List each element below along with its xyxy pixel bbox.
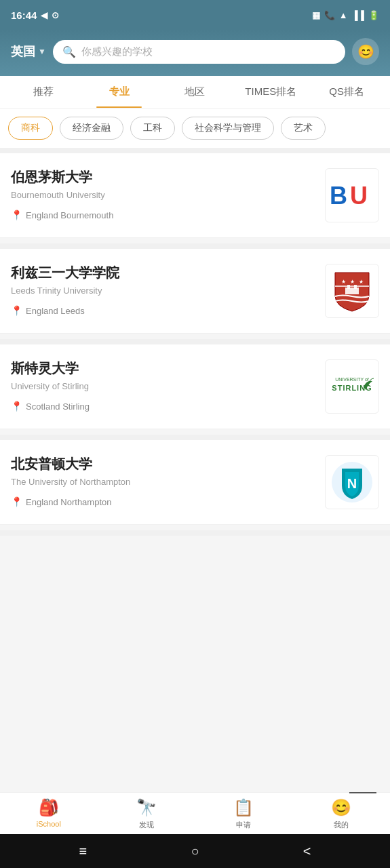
uni-info-stirling: 斯特灵大学 University of Stirling 📍 Scotland …: [11, 359, 325, 412]
location-text-stirling: Scotland Stirling: [26, 401, 90, 412]
phone-icon: 📞: [324, 10, 335, 20]
back-icon[interactable]: <: [303, 844, 311, 859]
uni-logo-stirling: UNIVERSITY of STIRLING: [325, 359, 379, 414]
chevron-down-icon: ▼: [38, 47, 46, 56]
uni-name-zh-bournemouth: 伯恩茅斯大学: [11, 168, 314, 186]
uni-location-stirling: 📍 Scotland Stirling: [11, 401, 314, 412]
nav-item-mine[interactable]: 😊 我的: [292, 798, 390, 830]
home-bar: ≡ ○ <: [0, 834, 390, 868]
chat-button[interactable]: 😊: [352, 38, 379, 65]
wifi-icon: ▲: [339, 10, 348, 20]
uni-name-en-stirling: University of Stirling: [11, 381, 314, 391]
uni-logo-leeds: ★ ★ ★: [325, 264, 379, 318]
uni-name-en-bournemouth: Bournemouth University: [11, 190, 314, 200]
uni-card-stirling[interactable]: 斯特灵大学 University of Stirling 📍 Scotland …: [0, 344, 390, 429]
header: 英国 ▼ 🔍 你感兴趣的学校 😊: [0, 30, 390, 76]
chip-economics[interactable]: 经济金融: [60, 117, 123, 140]
nav-item-apply[interactable]: 📋 申请: [195, 798, 293, 830]
tabs-container: 推荐 专业 地区 TIMES排名 QS排名: [0, 76, 390, 108]
nav-label-discover: 发现: [139, 820, 154, 830]
location-pin-icon: 📍: [11, 401, 22, 412]
uni-logo-northampton: N: [325, 455, 379, 509]
menu-icon[interactable]: ≡: [79, 844, 87, 859]
location-pin-icon: 📍: [11, 496, 22, 507]
home-icon[interactable]: ○: [191, 844, 199, 859]
svg-rect-8: [354, 285, 357, 289]
signal-icon: ▐▐: [352, 10, 364, 20]
nav-label-mine: 我的: [334, 820, 349, 830]
chip-arts[interactable]: 艺术: [281, 117, 326, 140]
svg-rect-7: [347, 285, 350, 289]
svg-text:B: B: [330, 182, 347, 210]
uni-location-bournemouth: 📍 England Bournemouth: [11, 210, 314, 220]
divider-4: [0, 530, 390, 536]
uni-card-leeds[interactable]: 利兹三一大学学院 Leeds Trinity University 📍 Engl…: [0, 249, 390, 334]
uni-name-en-northampton: The University of Northampton: [11, 477, 314, 487]
uni-card-bournemouth[interactable]: 伯恩茅斯大学 Bournemouth University 📍 England …: [0, 153, 390, 238]
tab-qs[interactable]: QS排名: [309, 76, 385, 108]
location-pin-icon: 📍: [11, 305, 22, 316]
location-text-bournemouth: England Bournemouth: [26, 210, 113, 220]
uni-name-zh-northampton: 北安普顿大学: [11, 455, 314, 473]
time-display: 16:44: [11, 9, 37, 21]
location-icon: ◀: [41, 10, 47, 20]
uni-location-northampton: 📍 England Northampton: [11, 496, 314, 507]
chip-social[interactable]: 社会科学与管理: [182, 117, 274, 140]
country-label: 英国: [11, 43, 35, 60]
search-placeholder: 你感兴趣的学校: [81, 45, 153, 58]
tab-major[interactable]: 专业: [81, 76, 157, 108]
search-bar[interactable]: 🔍 你感兴趣的学校: [53, 40, 345, 64]
filter-chips: 商科 经济金融 工科 社会科学与管理 艺术: [0, 108, 390, 153]
uni-info-northampton: 北安普顿大学 The University of Northampton 📍 E…: [11, 455, 325, 507]
ischool-icon: 🎒: [39, 798, 59, 817]
chat-icon: 😊: [357, 43, 374, 60]
discover-icon: 🔭: [136, 798, 157, 817]
status-left: 16:44 ◀ ⊙: [11, 9, 59, 21]
vibrate-icon: ▦: [312, 10, 320, 20]
apply-icon: 📋: [233, 798, 254, 817]
uni-info-leeds: 利兹三一大学学院 Leeds Trinity University 📍 Engl…: [11, 264, 325, 316]
location-text-northampton: England Northampton: [26, 497, 111, 507]
divider-3: [0, 435, 390, 440]
uni-location-leeds: 📍 England Leeds: [11, 305, 314, 316]
active-indicator: [349, 792, 376, 793]
chip-business[interactable]: 商科: [8, 117, 53, 140]
data-icon: ⊙: [52, 10, 59, 20]
nav-label-apply: 申请: [236, 820, 251, 830]
svg-text:★: ★: [359, 279, 364, 285]
uni-name-zh-stirling: 斯特灵大学: [11, 359, 314, 378]
mine-icon: 😊: [331, 798, 351, 817]
location-pin-icon: 📍: [11, 210, 22, 220]
nav-item-ischool[interactable]: 🎒 iSchool: [0, 798, 98, 830]
tab-times[interactable]: TIMES排名: [233, 76, 309, 108]
status-bar: 16:44 ◀ ⊙ ▦ 📞 ▲ ▐▐ 🔋: [0, 0, 390, 30]
bottom-nav-wrapper: 🎒 iSchool 🔭 发现 📋 申请 😊 我的: [0, 792, 390, 834]
nav-label-ischool: iSchool: [37, 820, 61, 828]
svg-text:★: ★: [341, 279, 346, 285]
divider-2: [0, 339, 390, 344]
svg-text:U: U: [350, 182, 368, 210]
svg-text:N: N: [347, 476, 357, 491]
main-tabs: 推荐 专业 地区 TIMES排名 QS排名: [0, 76, 390, 108]
uni-card-northampton[interactable]: 北安普顿大学 The University of Northampton 📍 E…: [0, 440, 390, 525]
svg-text:UNIVERSITY of: UNIVERSITY of: [335, 377, 369, 382]
svg-text:★: ★: [350, 279, 355, 285]
country-selector[interactable]: 英国 ▼: [11, 43, 46, 60]
nav-item-discover[interactable]: 🔭 发现: [98, 798, 195, 830]
content-area: 伯恩茅斯大学 Bournemouth University 📍 England …: [0, 153, 390, 792]
status-right: ▦ 📞 ▲ ▐▐ 🔋: [312, 10, 379, 20]
bottom-nav: 🎒 iSchool 🔭 发现 📋 申请 😊 我的: [0, 792, 390, 834]
chip-engineering[interactable]: 工科: [130, 117, 175, 140]
search-icon: 🔍: [62, 45, 76, 58]
uni-info-bournemouth: 伯恩茅斯大学 Bournemouth University 📍 England …: [11, 168, 325, 220]
tab-recommend[interactable]: 推荐: [5, 76, 81, 108]
uni-logo-bournemouth: B U: [325, 168, 379, 222]
uni-name-zh-leeds: 利兹三一大学学院: [11, 264, 314, 282]
tab-region[interactable]: 地区: [157, 76, 233, 108]
battery-icon: 🔋: [368, 10, 379, 20]
divider-1: [0, 243, 390, 249]
location-text-leeds: England Leeds: [26, 306, 85, 316]
uni-name-en-leeds: Leeds Trinity University: [11, 285, 314, 296]
